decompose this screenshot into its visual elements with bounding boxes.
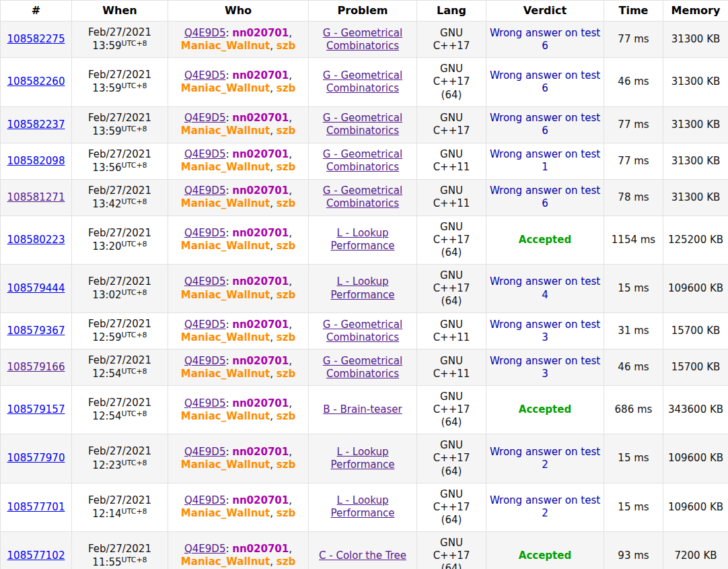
member-handle[interactable]: nn020701 — [232, 355, 289, 367]
member-handle[interactable]: nn020701 — [232, 185, 289, 197]
verdict-text[interactable]: Wrong answer on test 6 — [490, 185, 600, 209]
member-handle[interactable]: Maniac_Wallnut — [181, 125, 270, 137]
verdict-text[interactable]: Wrong answer on test 1 — [490, 148, 600, 173]
member-handle[interactable]: Maniac_Wallnut — [181, 556, 270, 568]
submission-id-link[interactable]: 108579444 — [7, 282, 65, 294]
verdict-text[interactable]: Wrong answer on test 6 — [490, 69, 600, 94]
cell-who: Q4E9D5: nn020701, Maniac_Wallnut, szb — [168, 58, 309, 106]
member-handle[interactable]: nn020701 — [232, 227, 289, 239]
submission-id-link[interactable]: 108577102 — [7, 549, 65, 562]
member-handle[interactable]: nn020701 — [232, 543, 289, 555]
member-handle[interactable]: Maniac_Wallnut — [181, 507, 270, 519]
member-handle[interactable]: Maniac_Wallnut — [181, 197, 270, 209]
problem-link[interactable]: G - Geometrical Combinatorics — [323, 185, 402, 209]
problem-link[interactable]: G - Geometrical Combinatorics — [323, 319, 402, 343]
problem-link[interactable]: C - Color the Tree — [319, 549, 406, 562]
submission-id-link[interactable]: 108582237 — [7, 119, 65, 131]
member-handle[interactable]: Maniac_Wallnut — [181, 459, 270, 471]
member-handle[interactable]: szb — [277, 410, 295, 422]
member-handle[interactable]: Maniac_Wallnut — [181, 331, 270, 343]
problem-link[interactable]: L - Lookup Performance — [330, 275, 394, 300]
member-handle[interactable]: szb — [277, 289, 295, 301]
member-handle[interactable]: szb — [277, 40, 295, 52]
team-link[interactable]: Q4E9D5 — [184, 319, 225, 331]
verdict-text[interactable]: Wrong answer on test 6 — [490, 112, 600, 137]
verdict-text[interactable]: Wrong answer on test 4 — [490, 275, 600, 300]
submission-id-link[interactable]: 108582275 — [7, 33, 65, 45]
member-handle[interactable]: nn020701 — [232, 494, 289, 506]
submission-id-link[interactable]: 108579157 — [7, 403, 65, 415]
team-link[interactable]: Q4E9D5 — [184, 543, 225, 555]
verdict-text[interactable]: Wrong answer on test 2 — [490, 494, 600, 519]
submission-id-link[interactable]: 108579367 — [7, 325, 65, 337]
member-handle[interactable]: szb — [277, 82, 295, 94]
team-link[interactable]: Q4E9D5 — [184, 355, 225, 367]
verdict-text[interactable]: Accepted — [519, 234, 571, 246]
member-handle[interactable]: nn020701 — [232, 319, 289, 331]
member-handle[interactable]: szb — [277, 368, 295, 380]
problem-link[interactable]: G - Geometrical Combinatorics — [323, 112, 402, 137]
team-link[interactable]: Q4E9D5 — [184, 275, 225, 288]
problem-link[interactable]: G - Geometrical Combinatorics — [323, 27, 402, 52]
member-handle[interactable]: szb — [277, 161, 295, 173]
verdict-text[interactable]: Wrong answer on test 2 — [490, 446, 600, 471]
problem-link[interactable]: G - Geometrical Combinatorics — [323, 355, 402, 380]
member-handle[interactable]: Maniac_Wallnut — [181, 161, 270, 173]
member-handle[interactable]: Maniac_Wallnut — [181, 82, 270, 94]
member-handle[interactable]: Maniac_Wallnut — [181, 240, 270, 252]
member-handle[interactable]: szb — [277, 556, 295, 568]
submission-id-link[interactable]: 108577701 — [7, 501, 65, 513]
cell-exec-time: 78 ms — [604, 179, 663, 215]
member-handle[interactable]: nn020701 — [232, 148, 289, 160]
team-link[interactable]: Q4E9D5 — [184, 69, 225, 81]
member-handle[interactable]: Maniac_Wallnut — [181, 410, 270, 422]
member-handle[interactable]: nn020701 — [232, 446, 289, 458]
submission-id-link[interactable]: 108579166 — [7, 361, 65, 373]
cell-submission-id: 108579157 — [1, 386, 72, 434]
member-handle[interactable]: nn020701 — [232, 27, 289, 39]
cell-when: Feb/27/2021 13:42UTC+8 — [72, 179, 168, 215]
member-handle[interactable]: Maniac_Wallnut — [181, 289, 270, 301]
submission-id-link[interactable]: 108582260 — [7, 75, 65, 88]
member-handle[interactable]: szb — [277, 125, 295, 137]
cell-verdict: Accepted — [486, 215, 604, 264]
team-link[interactable]: Q4E9D5 — [184, 397, 225, 409]
submission-id-link[interactable]: 108582098 — [7, 155, 65, 167]
cell-when: Feb/27/2021 11:55UTC+8 — [72, 531, 168, 569]
who-separator: , — [289, 494, 292, 506]
problem-link[interactable]: G - Geometrical Combinatorics — [323, 148, 402, 173]
team-link[interactable]: Q4E9D5 — [184, 446, 225, 458]
cell-memory: 31300 KB — [663, 106, 728, 143]
team-link[interactable]: Q4E9D5 — [184, 227, 225, 239]
cell-verdict: Wrong answer on test 4 — [486, 264, 604, 312]
team-link[interactable]: Q4E9D5 — [184, 148, 225, 160]
team-link[interactable]: Q4E9D5 — [184, 185, 225, 197]
team-link[interactable]: Q4E9D5 — [184, 112, 225, 124]
problem-link[interactable]: L - Lookup Performance — [330, 227, 394, 252]
member-handle[interactable]: szb — [277, 459, 295, 471]
member-handle[interactable]: szb — [277, 197, 295, 209]
member-handle[interactable]: Maniac_Wallnut — [181, 40, 270, 52]
problem-link[interactable]: L - Lookup Performance — [330, 494, 394, 519]
member-handle[interactable]: Maniac_Wallnut — [181, 368, 270, 380]
submission-id-link[interactable]: 108577970 — [7, 452, 65, 464]
verdict-text[interactable]: Accepted — [519, 549, 571, 562]
member-handle[interactable]: szb — [277, 331, 295, 343]
problem-link[interactable]: B - Brain-teaser — [323, 403, 402, 415]
member-handle[interactable]: nn020701 — [232, 112, 289, 124]
member-handle[interactable]: nn020701 — [232, 275, 289, 288]
verdict-text[interactable]: Accepted — [519, 403, 571, 415]
problem-link[interactable]: G - Geometrical Combinatorics — [323, 69, 402, 94]
verdict-text[interactable]: Wrong answer on test 6 — [490, 27, 600, 52]
team-link[interactable]: Q4E9D5 — [184, 494, 225, 506]
member-handle[interactable]: szb — [277, 240, 295, 252]
verdict-text[interactable]: Wrong answer on test 3 — [490, 355, 600, 380]
member-handle[interactable]: nn020701 — [232, 69, 289, 81]
submission-id-link[interactable]: 108581271 — [7, 191, 65, 203]
member-handle[interactable]: szb — [277, 507, 295, 519]
member-handle[interactable]: nn020701 — [232, 397, 289, 409]
submission-id-link[interactable]: 108580223 — [7, 234, 65, 246]
problem-link[interactable]: L - Lookup Performance — [330, 446, 394, 471]
team-link[interactable]: Q4E9D5 — [184, 27, 225, 39]
verdict-text[interactable]: Wrong answer on test 3 — [490, 319, 600, 343]
